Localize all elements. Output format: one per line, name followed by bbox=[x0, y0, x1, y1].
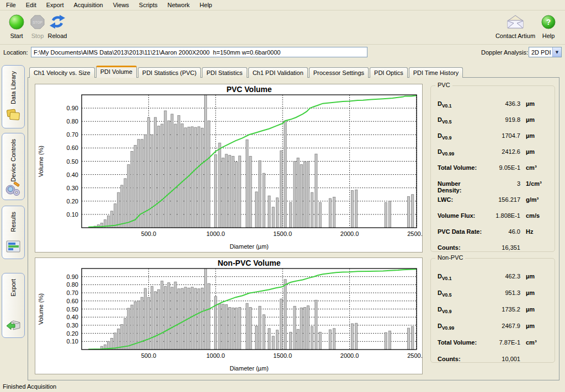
tab-pdi-statistics-pvc[interactable]: PDI Statistics (PVC) bbox=[138, 67, 201, 78]
stat-unit: g/m³ bbox=[526, 196, 550, 203]
stat-label: Total Volume: bbox=[438, 339, 483, 346]
stat-value: 10,001 bbox=[483, 356, 520, 362]
help-button[interactable]: ? Help bbox=[536, 13, 561, 39]
svg-text:0.40: 0.40 bbox=[67, 171, 78, 178]
tab-strip: Ch1 Velocity vs. SizePDI VolumePDI Stati… bbox=[29, 66, 464, 78]
svg-text:PVC Volume: PVC Volume bbox=[226, 85, 271, 94]
stat-row-dv0-99: DV0.992467.9µm bbox=[438, 323, 550, 339]
svg-text:Volume (%): Volume (%) bbox=[38, 146, 44, 177]
location-input[interactable] bbox=[31, 47, 367, 57]
chevron-down-icon[interactable]: ▼ bbox=[552, 47, 561, 57]
menu-item-file[interactable]: File bbox=[1, 1, 21, 9]
stat-label: DV0.5 bbox=[438, 289, 483, 298]
help-label: Help bbox=[536, 33, 561, 39]
stat-row-lwc: LWC:156.217g/m³ bbox=[438, 196, 550, 212]
svg-text:2500.0: 2500.0 bbox=[407, 230, 422, 237]
tab-processor-settings[interactable]: Processor Settings bbox=[309, 67, 369, 78]
svg-text:1000.0: 1000.0 bbox=[206, 352, 225, 359]
stat-label: DV0.5 bbox=[438, 116, 483, 125]
help-icon: ? bbox=[536, 13, 561, 31]
svg-text:0.50: 0.50 bbox=[67, 158, 78, 165]
doppler-analysis-label: Doppler Analysis: bbox=[481, 49, 528, 56]
reload-icon bbox=[42, 13, 73, 31]
stat-row-total-volume: Total Volume:7.87E-1cm³ bbox=[438, 339, 550, 356]
sidebar-item-export[interactable]: Export bbox=[2, 273, 25, 338]
stat-label: DV0.9 bbox=[438, 132, 483, 141]
stat-unit: µm bbox=[526, 289, 550, 296]
stat-row-counts: Counts:10,001 bbox=[438, 356, 550, 372]
stat-value: 3 bbox=[483, 180, 520, 187]
svg-text:Diameter (µm): Diameter (µm) bbox=[230, 365, 269, 372]
nonpvc-stats-rows: DV0.1462.3µmDV0.5951.3µmDV0.91735.2µmDV0… bbox=[438, 273, 550, 372]
menu-bar: FileEditExportAcquisitionViewsScriptsNet… bbox=[0, 0, 565, 10]
svg-text:0.20: 0.20 bbox=[67, 198, 78, 205]
tab-pdi-time-history[interactable]: PDI Time History bbox=[409, 67, 463, 78]
menu-item-network[interactable]: Network bbox=[162, 1, 194, 9]
svg-text:0.10: 0.10 bbox=[67, 211, 78, 218]
svg-text:1000.0: 1000.0 bbox=[206, 230, 225, 237]
sidebar-item-label: Device Controls bbox=[10, 139, 17, 182]
stat-label: DV0.1 bbox=[438, 273, 483, 281]
stat-unit: Hz bbox=[526, 228, 550, 235]
svg-text:0.60: 0.60 bbox=[67, 298, 78, 304]
sidebar-item-label: Data Library bbox=[10, 71, 17, 104]
doppler-analysis-select[interactable]: 2D PDI ▼ bbox=[529, 47, 562, 57]
pdi-volume-panel: 0.100.200.300.400.500.600.700.800.90500.… bbox=[28, 77, 559, 380]
svg-text:2500.0: 2500.0 bbox=[407, 352, 422, 359]
location-row: Location: Doppler Analysis: 2D PDI ▼ bbox=[0, 45, 565, 61]
stat-unit: µm bbox=[526, 132, 550, 139]
svg-text:0.60: 0.60 bbox=[67, 144, 78, 151]
stat-unit: cm³ bbox=[526, 164, 550, 171]
envelope-icon bbox=[494, 13, 536, 31]
status-text: Finished Acquisition bbox=[3, 383, 56, 390]
menu-item-acquisition[interactable]: Acquisition bbox=[69, 1, 108, 9]
svg-text:STOP: STOP bbox=[33, 20, 42, 24]
svg-text:1500.0: 1500.0 bbox=[273, 352, 292, 359]
svg-text:?: ? bbox=[546, 18, 551, 26]
menu-item-export[interactable]: Export bbox=[41, 1, 69, 9]
tab-pdi-volume[interactable]: PDI Volume bbox=[96, 66, 137, 78]
svg-text:Volume (%): Volume (%) bbox=[38, 293, 44, 325]
pvc-volume-chart: 0.100.200.300.400.500.600.700.800.90500.… bbox=[35, 84, 422, 252]
stat-unit: µm bbox=[526, 148, 550, 155]
svg-text:1500.0: 1500.0 bbox=[273, 230, 292, 237]
pvc-chart-box: 0.100.200.300.400.500.600.700.800.90500.… bbox=[35, 84, 423, 253]
gears-icon bbox=[5, 182, 22, 197]
stat-value: 1.808E-1 bbox=[483, 212, 520, 219]
svg-text:0.80: 0.80 bbox=[67, 281, 78, 288]
svg-text:0.90: 0.90 bbox=[67, 105, 78, 111]
stat-label: DV0.99 bbox=[438, 148, 483, 157]
sidebar-item-label: Export bbox=[10, 279, 17, 297]
stat-row-number-density: Number Density:31/cm³ bbox=[438, 180, 550, 196]
svg-text:2000.0: 2000.0 bbox=[340, 352, 359, 359]
menu-item-edit[interactable]: Edit bbox=[21, 1, 41, 9]
sidebar-item-label: Results bbox=[10, 212, 17, 232]
stat-label: Counts: bbox=[438, 244, 483, 251]
sidebar-item-device-controls[interactable]: Device Controls bbox=[2, 133, 25, 200]
stat-unit: cm/s bbox=[526, 212, 550, 219]
location-label: Location: bbox=[3, 49, 28, 56]
sidebar-item-results[interactable]: Results bbox=[2, 206, 25, 259]
doppler-analysis-value: 2D PDI bbox=[529, 49, 552, 56]
menu-item-help[interactable]: Help bbox=[195, 1, 217, 9]
svg-text:0.80: 0.80 bbox=[67, 118, 78, 125]
svg-text:0.70: 0.70 bbox=[67, 131, 78, 138]
reload-button[interactable]: Reload bbox=[42, 13, 73, 39]
svg-text:0.50: 0.50 bbox=[67, 306, 78, 313]
stat-value: 1735.2 bbox=[483, 306, 520, 313]
status-bar: Finished Acquisition bbox=[0, 382, 565, 392]
stat-value: 951.3 bbox=[483, 289, 520, 296]
tab-pdi-statistics[interactable]: PDI Statistics bbox=[202, 67, 247, 78]
menu-item-views[interactable]: Views bbox=[108, 1, 134, 9]
stat-unit: cm³ bbox=[526, 339, 550, 346]
contact-artium-button[interactable]: Contact Artium bbox=[494, 13, 536, 39]
stat-unit: µm bbox=[526, 273, 550, 280]
stat-value: 156.217 bbox=[483, 196, 520, 203]
tab-ch1-velocity-vs-size[interactable]: Ch1 Velocity vs. Size bbox=[29, 67, 95, 78]
stat-value: 462.3 bbox=[483, 273, 520, 280]
tab-pdi-optics[interactable]: PDI Optics bbox=[370, 67, 408, 78]
svg-text:Non-PVC Volume: Non-PVC Volume bbox=[217, 259, 280, 267]
sidebar-item-data-library[interactable]: Data Library bbox=[2, 65, 25, 128]
tab-ch1-pdi-validation[interactable]: Ch1 PDI Validation bbox=[248, 67, 308, 78]
menu-item-scripts[interactable]: Scripts bbox=[134, 1, 163, 9]
